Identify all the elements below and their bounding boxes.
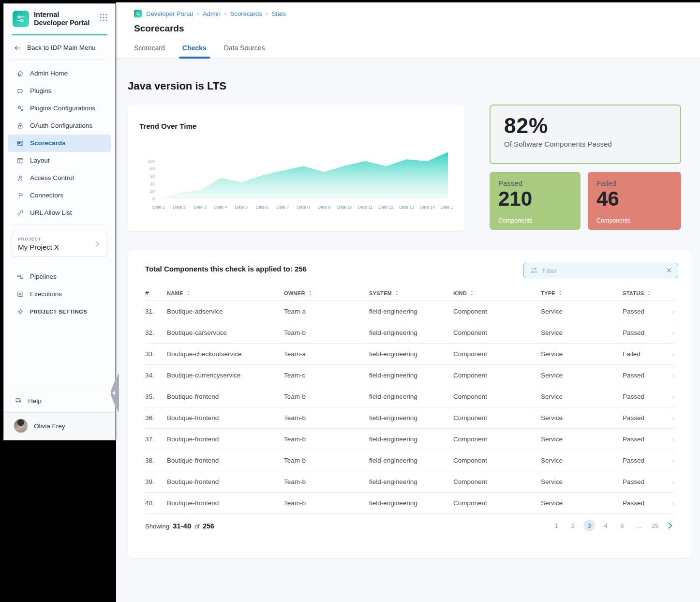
percent-caption: Of Software Components Passed [504,140,667,148]
tab-checks[interactable]: Checks [182,44,207,58]
user-name: Olivia Frey [34,422,65,430]
percent-passed-card: 82% Of Software Components Passed [490,105,681,164]
column-header-status[interactable]: STATUS [623,290,663,296]
project-selector[interactable]: PROJECT My Project X [12,232,107,256]
column-header-num[interactable]: # [145,289,167,297]
sort-icon[interactable] [395,290,399,296]
table-row[interactable]: 37. Boutique-frontend Team-b field-engin… [145,429,674,450]
sidebar-item-plugins-configurations[interactable]: Plugins Configurations [8,100,111,117]
sidebar-item-layout[interactable]: Layout [8,152,111,169]
page-3[interactable]: 3 [583,520,595,531]
row-chevron-icon: › [663,329,674,337]
filter-sliders-icon[interactable] [530,266,538,275]
filter-input[interactable] [538,267,665,274]
sort-icon[interactable] [186,290,191,296]
cell-type: Service [541,457,623,464]
link-icon [16,209,24,217]
column-header-owner[interactable]: OWNER [284,290,369,296]
page-ellipsis[interactable]: ... [633,520,644,531]
svg-text:Date 8: Date 8 [297,205,310,210]
cell-status: Passed [623,308,663,315]
failed-caption: Components [596,217,672,224]
sidebar-item-label: OAuth Configurations [30,122,92,129]
page-5[interactable]: 5 [616,520,628,531]
column-header-name[interactable]: NAME [167,290,284,296]
lock-icon [16,122,24,130]
table-row[interactable]: 31. Boutique-adservice Team-a field-engi… [145,301,674,322]
sidebar-item-oauth-configurations[interactable]: OAuth Configurations [8,117,111,135]
cell-status: Passed [623,436,663,443]
sidebar-item-admin-home[interactable]: Admin Home [8,65,111,82]
cell-name: Boutique-currencyservice [167,372,284,379]
back-label: Back to IDP Main Menu [27,44,96,51]
cell-name: Boutique-frontend [167,499,284,507]
cell-num: 36. [145,414,167,421]
sidebar-item-pipelines[interactable]: Pipelines [8,268,111,286]
user-menu[interactable]: Olivia Frey [4,412,115,440]
sort-icon[interactable] [558,290,563,296]
breadcrumb-link-2[interactable]: Scorecards [230,10,262,17]
apps-grid-icon[interactable] [99,13,108,22]
page-title: Scorecards [134,23,700,34]
row-chevron-icon: › [663,478,674,486]
cell-system: field-engineering [369,499,453,507]
sidebar-item-label: URL Allow List [30,209,72,216]
sidebar-item-plugins[interactable]: Plugins [8,82,111,100]
divider [12,225,107,225]
pipeline-icon [16,273,24,281]
filter-clear-icon[interactable]: ✕ [665,266,673,275]
column-header-type[interactable]: TYPE [541,290,623,296]
breadcrumb-separator: › [266,10,268,17]
table-row[interactable]: 38. Boutique-frontend Team-b field-engin… [145,450,674,471]
sidebar-item-label: Plugins Configurations [30,105,95,112]
sidebar-item-executions[interactable]: Executions [8,286,111,303]
table-row[interactable]: 35. Boutique-frontend Team-b field-engin… [145,386,674,407]
table-row[interactable]: 32. Boutique-carservuce Team-b field-eng… [145,322,674,344]
tab-data-sources[interactable]: Data Sources [224,44,265,58]
sort-icon[interactable] [308,290,313,296]
sort-icon[interactable] [647,290,651,296]
next-page-icon[interactable] [666,521,674,530]
table-row[interactable]: 34. Boutique-currencyservice Team-c fiel… [145,365,674,386]
svg-text:Date 6: Date 6 [255,205,268,210]
table-row[interactable]: 40. Boutique-frontend Team-b field-engin… [145,493,674,514]
sidebar-item-project-settings[interactable]: PROJECT SETTINGS [8,303,111,320]
tab-scorecard[interactable]: Scorecard [134,44,165,58]
cell-type: Service [541,499,623,507]
cell-kind: Component [453,329,541,336]
back-to-idp-link[interactable]: Back to IDP Main Menu [4,35,115,60]
breadcrumb-link-3[interactable]: Stats [271,10,286,17]
sidebar-item-access-control[interactable]: Access Control [8,169,111,187]
row-range: 31-40 [173,522,191,530]
row-chevron-icon: › [663,371,674,379]
breadcrumb-link-0[interactable]: Developer Portal [146,10,193,17]
svg-text:Date 10: Date 10 [337,205,352,210]
sidebar-item-label: Plugins [30,87,51,94]
table-row[interactable]: 39. Boutique-frontend Team-b field-engin… [145,471,674,493]
filter-box: ✕ [523,263,678,278]
page-25[interactable]: 25 [649,520,661,531]
cell-owner: Team-b [284,393,369,400]
layout-icon [16,157,24,165]
collapse-arrow-icon [112,391,115,395]
breadcrumb-link-1[interactable]: Admin [203,10,221,17]
cell-kind: Component [453,457,541,464]
page-4[interactable]: 4 [600,520,611,531]
cell-num: 31. [145,308,167,315]
sidebar-item-scorecards[interactable]: Scorecards [8,135,111,152]
svg-text:Date 13: Date 13 [399,205,414,210]
sort-icon[interactable] [470,290,474,296]
column-header-kind[interactable]: KIND [453,290,541,296]
svg-text:Date 7: Date 7 [276,205,289,210]
failed-value: 46 [596,188,672,210]
svg-text:Date 5: Date 5 [235,205,248,210]
help-button[interactable]: Help [4,389,115,412]
page-2[interactable]: 2 [567,520,579,531]
cell-owner: Team-b [284,329,369,336]
column-header-system[interactable]: SYSTEM [369,290,453,296]
table-row[interactable]: 33. Boutique-checkoutservice Team-a fiel… [145,344,674,365]
page-1[interactable]: 1 [551,520,562,531]
table-row[interactable]: 36. Boutique-frontend Team-b field-engin… [145,407,674,429]
sidebar-item-url-allow-list[interactable]: URL Allow List [8,204,111,222]
sidebar-item-connectors[interactable]: Connectors [8,187,111,204]
